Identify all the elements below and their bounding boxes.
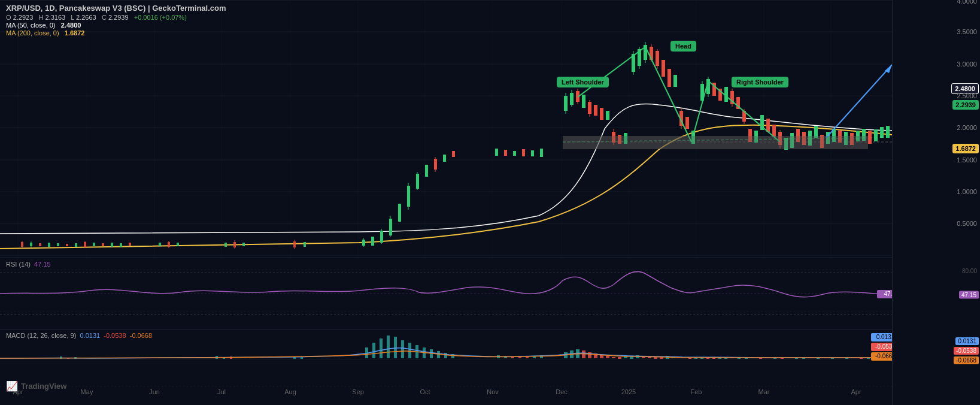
svg-rect-62: [398, 204, 401, 222]
change-value: +0.0016 (+0.07%): [134, 14, 187, 21]
svg-rect-43: [129, 243, 131, 246]
svg-rect-54: [304, 242, 306, 247]
tradingview-watermark: 📈 TradingView: [6, 380, 66, 392]
svg-rect-178: [380, 338, 383, 358]
svg-rect-105: [668, 69, 671, 87]
svg-rect-204: [612, 357, 615, 358]
svg-rect-74: [513, 151, 516, 156]
svg-rect-67: [425, 165, 428, 177]
pattern-left-shoulder: Left Shoulder: [557, 77, 609, 87]
svg-rect-182: [408, 343, 411, 358]
rsi-title: RSI (14): [6, 261, 31, 268]
price-level-1-5: 1.5000: [957, 156, 977, 164]
svg-text:2025: 2025: [621, 388, 636, 395]
price-axis: 4.0000 3.5000 3.0000 2.4800 2.5000 2.293…: [892, 0, 980, 405]
tradingview-icon: 📈: [6, 380, 18, 392]
svg-rect-87: [594, 105, 597, 116]
svg-rect-145: [874, 129, 878, 141]
price-level-0-5: 0.5000: [957, 220, 977, 227]
svg-text:-0.0668: -0.0668: [875, 353, 892, 359]
svg-text:Jul: Jul: [217, 388, 226, 395]
macd-value2: -0.0538: [104, 332, 126, 339]
svg-rect-127: [772, 125, 776, 137]
svg-rect-109: [685, 117, 689, 129]
current-price-badge: 2.2939: [952, 100, 979, 110]
svg-rect-179: [387, 336, 390, 358]
price-level-4: 4.0000: [957, 0, 977, 5]
svg-rect-57: [371, 237, 374, 246]
main-chart-svg: 47.15: [0, 0, 892, 405]
high-label: H: [38, 14, 43, 21]
svg-rect-147: [886, 126, 890, 138]
svg-rect-39: [93, 243, 95, 246]
price-level-3-5: 3.5000: [957, 28, 977, 35]
macd-title: MACD (12, 26, close, 9): [6, 332, 76, 339]
low-label: L: [71, 14, 74, 21]
svg-rect-144: [868, 131, 872, 144]
ma50-line: MA (50, close, 0) 2.4800: [6, 22, 226, 29]
svg-rect-77: [540, 149, 543, 157]
macd-label: MACD (12, 26, close, 9) 0.0131 -0.0538 -…: [6, 332, 152, 339]
svg-rect-154: [563, 136, 868, 149]
svg-rect-36: [75, 243, 77, 247]
svg-text:May: May: [81, 388, 93, 395]
svg-text:Feb: Feb: [691, 388, 702, 395]
svg-rect-88: [600, 108, 603, 120]
ma200-value: 1.6872: [65, 29, 85, 37]
svg-rect-181: [401, 340, 404, 358]
svg-rect-40: [102, 243, 104, 246]
svg-rect-34: [57, 243, 59, 246]
open-value: 2.2923: [13, 14, 34, 21]
svg-rect-75: [522, 149, 525, 156]
close-label: C: [102, 14, 107, 21]
macd-badge-blue: 0.0131: [955, 337, 979, 345]
svg-text:Mar: Mar: [758, 388, 770, 395]
svg-rect-73: [504, 150, 507, 156]
rsi-axis-label: 47.15: [959, 291, 979, 299]
ma200-price-badge: 1.6872: [952, 144, 979, 153]
ma50-label: MA (50, close, 0): [6, 22, 56, 29]
price-level-2-5: 2.5000: [957, 92, 977, 99]
price-level-2: 2.0000: [957, 124, 977, 131]
svg-rect-202: [600, 355, 603, 358]
svg-text:47.15: 47.15: [884, 291, 892, 297]
low-value: 2.2663: [76, 14, 96, 21]
svg-rect-72: [495, 149, 498, 156]
svg-text:-0.0538: -0.0538: [875, 343, 892, 350]
price-level-3: 3.0000: [957, 61, 977, 68]
svg-text:Aug: Aug: [284, 388, 296, 395]
macd-value3: -0.0668: [130, 332, 152, 339]
macd-badge-red: -0.0538: [954, 347, 979, 355]
chart-container: XRP/USD, 1D, Pancakeswap V3 (BSC) | Geck…: [0, 0, 980, 405]
svg-rect-84: [582, 95, 585, 108]
chart-header: XRP/USD, 1D, Pancakeswap V3 (BSC) | Geck…: [6, 4, 226, 37]
svg-rect-41: [111, 243, 113, 247]
svg-rect-33: [48, 243, 50, 247]
rsi-value: 47.15: [34, 261, 51, 268]
svg-rect-35: [66, 244, 68, 246]
macd-value1: 0.0131: [80, 332, 101, 339]
svg-rect-104: [662, 60, 665, 77]
rsi-80-label: 80.00: [962, 268, 977, 274]
ma50-value: 2.4800: [61, 22, 81, 29]
price-level-1: 1.0000: [957, 188, 977, 195]
svg-text:0.0131: 0.0131: [876, 334, 892, 340]
svg-rect-205: [618, 357, 621, 359]
svg-rect-187: [444, 353, 447, 358]
svg-rect-70: [443, 155, 446, 162]
open-label: O: [6, 14, 11, 21]
chart-title: XRP/USD, 1D, Pancakeswap V3 (BSC) | Geck…: [6, 4, 226, 13]
rsi-label: RSI (14) 47.15: [6, 261, 51, 268]
close-value: 2.2939: [108, 14, 129, 21]
ma200-line: MA (200, close, 0) 1.6872: [6, 29, 226, 37]
svg-rect-76: [531, 150, 534, 156]
macd-badge-orange: -0.0668: [954, 356, 979, 364]
svg-rect-51: [242, 243, 245, 246]
svg-rect-89: [606, 111, 609, 120]
svg-rect-146: [880, 127, 884, 138]
svg-text:Dec: Dec: [556, 388, 568, 395]
pattern-right-shoulder: Right Shoulder: [732, 77, 788, 87]
svg-rect-126: [766, 119, 770, 132]
svg-rect-199: [582, 350, 585, 358]
svg-text:Apr: Apr: [851, 388, 861, 395]
